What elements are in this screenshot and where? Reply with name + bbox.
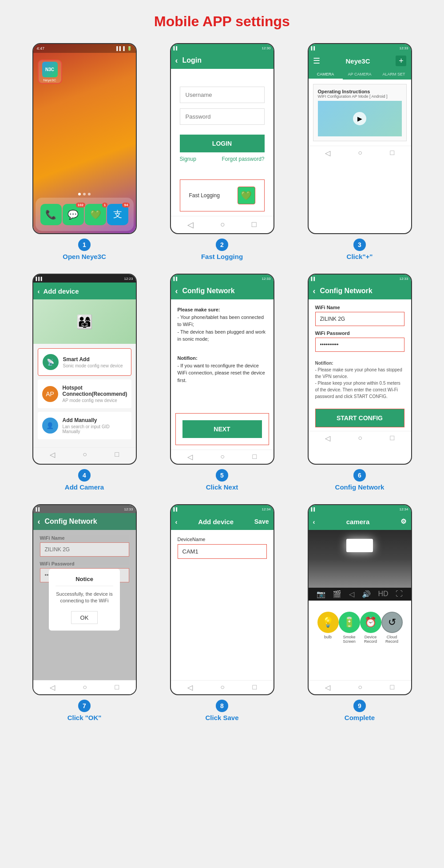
manual-option[interactable]: 👤 Add Manually Lan search or input GID M… [38,412,131,439]
nav-home-3[interactable]: ○ [358,149,362,157]
fast-logging-section[interactable]: Fast Logging 💚 [180,179,265,211]
nav-back-3[interactable]: ◁ [325,149,330,157]
back-icon-8[interactable]: ‹ [175,518,178,526]
wechat-icon[interactable]: 💚 1 [85,204,106,225]
device-name-input[interactable] [178,544,267,559]
save-button[interactable]: Save [254,518,269,525]
bottom-nav-4: ◁ ○ □ [33,447,136,462]
nav-home[interactable]: ○ [220,220,225,230]
nav-back-9[interactable]: ◁ [325,683,330,692]
username-input[interactable] [180,87,265,103]
status-bar-7: ▌▌ 12:33 [33,505,136,513]
nav-home-8[interactable]: ○ [220,683,225,692]
nav-square-5[interactable]: □ [253,453,257,461]
dialog-ok-button[interactable]: OK [71,611,98,624]
hotspot-icon: AP [42,386,58,402]
nav-square[interactable]: □ [252,220,257,230]
smoke-screen-icon[interactable]: 🔋 [339,612,360,633]
nav-square-8[interactable]: □ [253,683,257,692]
phone-frame-9: ▌▌ 12:34 ‹ camera ⚙ 📷 🎬 [308,504,412,695]
wechat-login-icon[interactable]: 💚 [238,187,255,204]
neye3c-app-icon[interactable]: N3C Neye3C [38,60,62,84]
signup-link[interactable]: Signup [180,156,196,162]
nav-square-9[interactable]: □ [390,683,395,692]
nav-back-5[interactable]: ◁ [187,453,193,461]
plus-button[interactable]: + [396,56,406,66]
wifi-name-input[interactable] [315,312,404,326]
messages-badge: 102 [76,203,85,207]
back-icon-9[interactable]: ‹ [313,518,315,526]
wifi-password-input[interactable] [315,338,404,352]
bulb-icon[interactable]: 💡 [317,612,339,633]
bottom-nav-7: ◁ ○ □ [33,680,136,694]
nav-home-4[interactable]: ○ [83,450,87,459]
nav-square-6[interactable]: □ [390,434,395,442]
settings-icon[interactable]: ⚙ [400,518,406,526]
next-button[interactable]: NEXT [182,420,262,438]
bottom-nav-8: ◁ ○ □ [171,680,274,694]
back-icon-6[interactable]: ‹ [313,287,316,296]
camera-icons-row: 💡 bulb 🔋 Smoke Screen ⏰ Device Record [309,605,411,650]
tab-bar: CAMERA AP CAMERA ALARM SET [309,70,411,80]
phone-icon[interactable]: 📞 [40,204,62,225]
tab-alarm[interactable]: ALARM SET [377,70,411,80]
forgot-link[interactable]: Forgot password? [222,156,264,162]
login-button[interactable]: LOGIN [180,135,265,152]
nav-home-5[interactable]: ○ [220,453,225,461]
back-icon-7[interactable]: ‹ [38,517,40,526]
cam-ctrl-hd[interactable]: HD [378,590,388,598]
step-4-label: 4 Add Camera [65,469,104,491]
messages-icon[interactable]: 💬 102 [63,204,84,225]
step-2-label: 2 Fast Logging [201,239,243,260]
nav-square-3[interactable]: □ [390,149,395,157]
cam-ctrl-full[interactable]: ⛶ [396,590,403,598]
phone-frame-3: ▌▌ 12:33 ☰ Neye3C + CAMERA AP CAMERA ALA… [308,43,412,234]
screen-neye3c: ▌▌ 12:33 ☰ Neye3C + CAMERA AP CAMERA ALA… [309,44,411,233]
nav-home-7[interactable]: ○ [83,683,87,692]
nav-square-7[interactable]: □ [115,683,119,692]
bottom-nav-3: ◁ ○ □ [309,146,411,160]
nav-square-4[interactable]: □ [115,450,119,459]
nav-home-6[interactable]: ○ [358,434,362,442]
back-icon-5[interactable]: ‹ [175,287,178,296]
nav-back[interactable]: ◁ [187,220,194,230]
smart-add-option[interactable]: 📡 Smart Add Sonic mode config new device [38,348,131,376]
nav-back-6[interactable]: ◁ [325,434,330,442]
back-arrow-icon[interactable]: ‹ [175,56,178,65]
step-5-col: ▌▌ 12:33 ‹ Config Network Please make su… [158,274,286,491]
cam-ctrl-3[interactable]: 🔊 [362,590,371,598]
app-dock: 📞 💬 102 💚 1 支 94 [36,198,134,231]
nav-back-8[interactable]: ◁ [187,683,193,692]
screen-add-device: ▌▌▌ 12:23 ‹ Add device 👨‍👩‍👧 📡 [33,275,136,464]
wifi-name-7 [40,542,129,557]
password-input[interactable] [180,108,265,125]
step-2-col: ▌▌ 12:30 ‹ Login LOGIN Signup Forgot pas… [158,43,286,260]
wifi-form-6: WiFi Name WiFi Password Notifion: - Plea… [309,299,411,405]
hotspot-option[interactable]: AP Hotspot Connection(Recommend) AP mode… [38,379,131,408]
phone-frame-8: ▌▌ 12:34 ‹ Add device Save DeviceName [170,504,274,695]
tab-ap-camera[interactable]: AP CAMERA [343,70,377,80]
fast-logging-label: Fast Logging [189,192,220,199]
step-5-text: Click Next [206,483,238,491]
step-1-circle: 1 [78,239,91,251]
tab-camera[interactable]: CAMERA [309,70,343,80]
start-config-button-6[interactable]: START CONFIG [316,409,404,427]
screen-config-1: ▌▌ 12:33 ‹ Config Network Please make su… [171,275,274,464]
nav-back-4[interactable]: ◁ [50,450,55,459]
cam-ctrl-back[interactable]: ◁ [349,590,354,598]
bottom-nav-5: ◁ ○ □ [171,450,274,464]
cam-ctrl-1[interactable]: 📷 [317,590,325,598]
step-6-label: 6 Config Network [335,469,385,491]
cloud-record-icon[interactable]: ↺ [381,612,403,633]
play-icon[interactable]: ▶ [353,112,366,125]
page-dots [78,193,91,195]
device-record-icon[interactable]: ⏰ [360,612,381,633]
back-icon-4[interactable]: ‹ [38,287,40,295]
alipay-icon[interactable]: 支 94 [107,204,128,225]
device-name-section: DeviceName [171,530,274,565]
cam-ctrl-2[interactable]: 🎬 [333,590,341,598]
nav-home-9[interactable]: ○ [358,683,362,692]
nav-back-7[interactable]: ◁ [50,683,55,692]
step-4-circle: 4 [78,469,91,482]
menu-icon[interactable]: ☰ [313,56,320,66]
